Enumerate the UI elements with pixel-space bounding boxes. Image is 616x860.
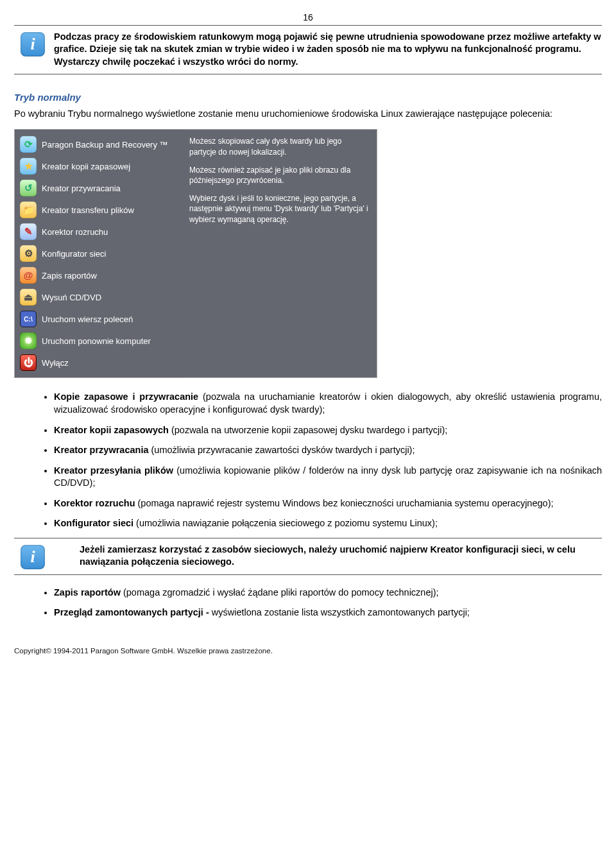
menu-item-label: Uruchom wiersz poleceń <box>42 314 133 325</box>
hr-info2-end <box>14 574 602 575</box>
list-item: Konfigurator sieci (umożliwia nawiązanie… <box>54 517 602 530</box>
hr-info2-start <box>14 538 602 538</box>
menu-left-column: Paragon Backup and Recovery ™ Kreator ko… <box>15 130 183 377</box>
list-item: Kreator przesyłania plików (umożliwia ko… <box>54 465 602 490</box>
list-item: Zapis raportów (pomaga zgromadzić i wysł… <box>54 587 602 599</box>
info-icon: i <box>21 32 45 56</box>
menu-item-eject-cd[interactable]: Wysuń CD/DVD <box>15 286 183 308</box>
backup-wizard-icon <box>20 158 37 175</box>
menu-item-label: Wysuń CD/DVD <box>42 292 101 304</box>
power-off-icon <box>20 354 37 371</box>
list-item: Przegląd zamontowanych partycji - wyświe… <box>54 606 602 619</box>
menu-item-label: Kreator trasnsferu plików <box>42 205 134 216</box>
bullet-list-2: Zapis raportów (pomaga zgromadzić i wysł… <box>28 587 602 619</box>
list-item: Kreator przywracania (umożliwia przywrac… <box>54 444 602 457</box>
menu-item-restore-wizard[interactable]: Kreator przywracania <box>15 177 183 199</box>
menu-desc-p1: Możesz skopiować cały dysk twardy lub je… <box>189 136 370 157</box>
restore-icon <box>20 180 37 196</box>
menu-item-file-transfer[interactable]: Kreator trasnsferu plików <box>15 199 183 221</box>
list-item: Korektor rozruchu (pomaga naprawić rejes… <box>54 497 602 510</box>
info-text-2: Jeżeli zamierzasz korzystać z zasobów si… <box>54 542 602 569</box>
intro-paragraph: Po wybraniu Trybu normalnego wyświetlone… <box>14 108 602 121</box>
menu-item-backup-wizard[interactable]: Kreator kopii zapasowej <box>15 155 183 177</box>
report-icon <box>20 267 37 284</box>
boot-corrector-icon <box>20 223 37 240</box>
menu-item-label: Konfigurator sieci <box>42 248 106 260</box>
page-number: 16 <box>14 12 602 24</box>
list-item: Kopie zapasowe i przywracanie (pozwala n… <box>54 391 602 416</box>
menu-item-label: Paragon Backup and Recovery ™ <box>42 139 168 151</box>
command-prompt-icon <box>20 311 37 327</box>
menu-item-label: Uruchom ponownie komputer <box>42 336 151 347</box>
menu-item-backup-recovery[interactable]: Paragon Backup and Recovery ™ <box>15 133 183 155</box>
network-config-icon <box>20 245 37 262</box>
menu-item-power-off[interactable]: Wyłącz <box>15 352 183 374</box>
list-item: Kreator kopii zapasowych (pozwala na utw… <box>54 424 602 437</box>
menu-desc-p3: Wybierz dysk i jeśli to konieczne, jego … <box>189 193 370 225</box>
footer-copyright: Copyright© 1994-2011 Paragon Software Gm… <box>14 627 602 662</box>
folder-icon <box>20 202 37 218</box>
menu-item-label: Wyłącz <box>42 357 69 369</box>
info-text-1: Podczas pracy ze środowiskiem ratunkowym… <box>54 30 602 69</box>
hr-top <box>14 25 602 26</box>
menu-item-label: Korektor rozruchu <box>42 227 108 238</box>
menu-item-command-line[interactable]: Uruchom wiersz poleceń <box>15 308 183 330</box>
info-callout-2: i Jeżeli zamierzasz korzystać z zasobów … <box>14 540 602 573</box>
menu-item-network-config[interactable]: Konfigurator sieci <box>15 243 183 264</box>
disk-copy-icon <box>20 136 37 153</box>
eject-icon <box>20 289 37 305</box>
info-callout-1: i Podczas pracy ze środowiskiem ratunkow… <box>14 27 602 73</box>
reboot-icon <box>20 332 37 349</box>
hr-info1-end <box>14 74 602 74</box>
menu-item-reboot[interactable]: Uruchom ponownie komputer <box>15 330 183 352</box>
linux-menu-panel: Paragon Backup and Recovery ™ Kreator ko… <box>14 129 377 378</box>
menu-item-label: Zapis raportów <box>42 270 97 282</box>
section-title: Tryb normalny <box>14 91 602 104</box>
info-icon: i <box>21 545 45 569</box>
menu-desc-p2: Możesz również zapisać je jako pliki obr… <box>189 165 370 185</box>
menu-description-panel: Możesz skopiować cały dysk twardy lub je… <box>183 130 377 377</box>
bullet-list-1: Kopie zapasowe i przywracanie (pozwala n… <box>28 391 602 530</box>
menu-item-boot-corrector[interactable]: Korektor rozruchu <box>15 221 183 243</box>
menu-item-label: Kreator kopii zapasowej <box>42 161 130 173</box>
menu-item-log-saver[interactable]: Zapis raportów <box>15 264 183 286</box>
menu-item-label: Kreator przywracania <box>42 183 121 194</box>
